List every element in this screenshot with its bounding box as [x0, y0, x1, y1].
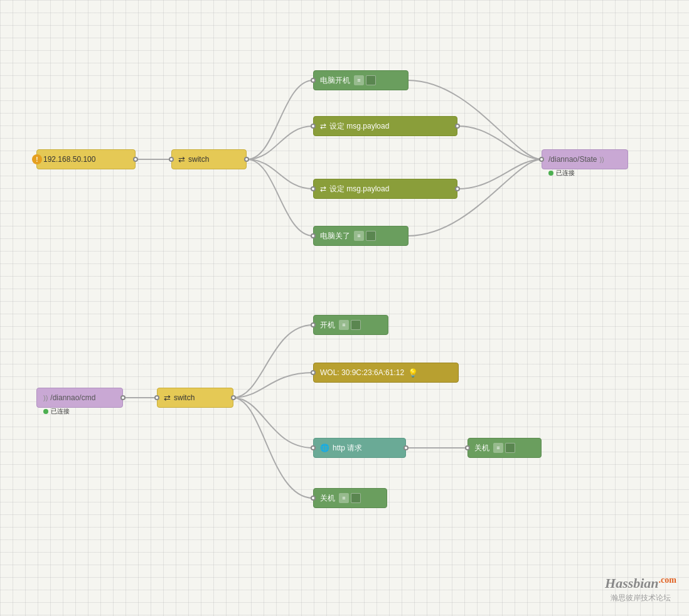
- list-icon[interactable]: ≡: [354, 231, 364, 241]
- switch-node-top[interactable]: ⇄ switch: [171, 149, 247, 169]
- node-http-label: http 请求: [333, 443, 362, 454]
- node-wol-label: WOL: 30:9C:23:6A:61:12: [320, 368, 404, 377]
- input-port[interactable]: [311, 322, 316, 327]
- input-node-ip[interactable]: ! 192.168.50.100: [36, 149, 136, 169]
- square-btn[interactable]: [351, 493, 361, 503]
- input-port[interactable]: [311, 445, 316, 450]
- switch-node-top-label: switch: [188, 155, 209, 164]
- node-diannao-cmd-label: /diannao/cmd: [50, 393, 95, 402]
- input-port[interactable]: [311, 370, 316, 375]
- branding: Hassbian.com 瀚思彼岸技术论坛: [605, 575, 676, 603]
- output-port[interactable]: [455, 186, 460, 191]
- output-port[interactable]: [455, 124, 460, 129]
- node-pc-off[interactable]: 电脑关了 ≡: [313, 226, 409, 246]
- warning-icon: !: [32, 154, 42, 164]
- input-port[interactable]: [465, 445, 470, 450]
- output-port[interactable]: [403, 445, 409, 450]
- node-shutdown-direct-label: 关机: [320, 493, 335, 504]
- switch-node-bottom[interactable]: ⇄ switch: [157, 388, 233, 408]
- node-set-payload-bottom[interactable]: ⇄ 设定 msg.payload: [313, 179, 457, 199]
- output-port[interactable]: [231, 395, 236, 400]
- node-http-request[interactable]: 🌐 http 请求: [313, 438, 406, 458]
- input-port[interactable]: [539, 157, 544, 162]
- list-icon[interactable]: ≡: [339, 493, 349, 503]
- input-port[interactable]: [311, 496, 316, 501]
- node-set-payload-bottom-label: 设定 msg.payload: [329, 184, 389, 194]
- input-node-label: 192.168.50.100: [43, 155, 95, 164]
- list-icon[interactable]: ≡: [493, 443, 503, 453]
- node-diannao-cmd[interactable]: )) /diannao/cmd 已连接: [36, 388, 123, 408]
- brand-subtitle: 瀚思彼岸技术论坛: [605, 593, 676, 603]
- node-pc-off-label: 电脑关了: [320, 231, 350, 242]
- node-wol[interactable]: WOL: 30:9C:23:6A:61:12 💡: [313, 363, 459, 383]
- input-port[interactable]: [311, 186, 316, 191]
- brand-name: Hassbian.com: [605, 575, 676, 592]
- input-port[interactable]: [311, 124, 316, 129]
- input-port[interactable]: [154, 395, 159, 400]
- output-port[interactable]: [133, 157, 138, 162]
- status-connected-bottom: 已连接: [43, 407, 70, 416]
- input-port[interactable]: [311, 78, 316, 83]
- square-btn[interactable]: [366, 75, 376, 85]
- node-set-payload-top-label: 设定 msg.payload: [329, 121, 389, 132]
- node-diannao-state[interactable]: /diannao/State )) 已连接: [542, 149, 628, 169]
- input-port[interactable]: [169, 157, 174, 162]
- node-power-on-label: 开机: [320, 320, 335, 331]
- node-shutdown-direct[interactable]: 关机 ≡: [313, 488, 387, 508]
- node-shutdown-after-http[interactable]: 关机 ≡: [467, 438, 542, 458]
- switch-node-bottom-label: switch: [174, 393, 195, 402]
- list-icon[interactable]: ≡: [339, 320, 349, 330]
- status-connected-top: 已连接: [548, 169, 575, 178]
- list-icon[interactable]: ≡: [354, 75, 364, 85]
- output-port[interactable]: [120, 395, 126, 400]
- node-pc-on[interactable]: 电脑开机 ≡: [313, 70, 409, 90]
- node-pc-on-label: 电脑开机: [320, 75, 350, 86]
- square-btn[interactable]: [366, 231, 376, 241]
- output-port[interactable]: [244, 157, 249, 162]
- node-set-payload-top[interactable]: ⇄ 设定 msg.payload: [313, 116, 457, 136]
- node-diannao-state-label: /diannao/State: [548, 155, 597, 164]
- node-shutdown-after-http-label: 关机: [474, 443, 489, 454]
- square-btn[interactable]: [351, 320, 361, 330]
- node-power-on[interactable]: 开机 ≡: [313, 315, 388, 335]
- square-btn[interactable]: [505, 443, 515, 453]
- input-port[interactable]: [311, 233, 316, 238]
